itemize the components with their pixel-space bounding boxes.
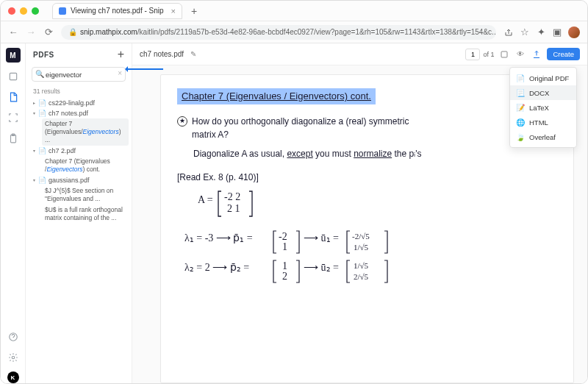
svg-text:1: 1 (282, 241, 287, 252)
svg-text:⟶  ū₁ =: ⟶ ū₁ = (304, 232, 339, 243)
pdfs-icon[interactable] (7, 90, 20, 104)
panel-icon[interactable]: ▣ (552, 27, 562, 38)
file-item[interactable]: ▾📄 ch7 2.pdf (29, 146, 129, 156)
chevron-icon: ▾ (33, 178, 35, 183)
add-pdf-button[interactable]: + (118, 48, 124, 61)
settings-icon[interactable] (7, 351, 20, 364)
answer: Diagonalize A as usual, except you must … (193, 147, 557, 160)
reload-button[interactable]: ⟳ (43, 27, 54, 38)
file-tree: ▸📄 cs229-linalg.pdf ▾📄 ch7 notes.pdf Cha… (26, 98, 132, 227)
share-icon[interactable] (503, 27, 514, 38)
star-icon[interactable]: ☆ (520, 27, 530, 38)
chevron-icon: ▸ (33, 100, 35, 105)
docx-icon: 📃 (516, 88, 525, 97)
document-toolbar: ch7 notes.pdf ✎ of 1 👁 Create (132, 43, 587, 65)
doc-title: ch7 notes.pdf ✎ (140, 49, 199, 60)
export-html[interactable]: 🌐HTML (510, 115, 576, 129)
page-input[interactable] (465, 49, 480, 60)
tab-title: Viewing ch7 notes.pdf - Snip (71, 7, 164, 15)
svg-text:-2  2: -2 2 (224, 191, 240, 202)
close-icon[interactable] (8, 7, 15, 15)
browser-window: Viewing ch7 notes.pdf - Snip × + ← → ⟳ 🔒… (0, 0, 588, 384)
maximize-icon[interactable] (32, 7, 39, 15)
sidebar: PDFS + 🔍 × 31 results ▸📄 cs229-linalg.pd… (26, 43, 132, 383)
profile-avatar[interactable] (568, 26, 580, 38)
view-icon[interactable] (498, 49, 510, 60)
url-host: snip.mathpix.com (80, 28, 137, 36)
pdf-icon: 📄 (516, 74, 525, 82)
svg-text:λ₂ =  2  ⟶  p̄₂ =: λ₂ = 2 ⟶ p̄₂ = (184, 262, 249, 273)
sidebar-title: PDFS (33, 51, 54, 59)
chevron-icon: ▾ (33, 110, 35, 115)
close-tab-icon[interactable]: × (171, 7, 176, 15)
main-panel: ch7 notes.pdf ✎ of 1 👁 Create 📄Original … (132, 43, 587, 383)
math-content: A = -2 2 2 1 λ₁ = -3 ⟶ p̄₁ = -21 ⟶ ū₁ = … (177, 188, 557, 302)
chevron-icon: ▾ (33, 149, 35, 154)
read-ex: Read Ex. 8 (p. 410) (179, 172, 256, 182)
export-menu: 📄Original PDF 📃DOCX 📝LaTeX 🌐HTML 🍃Overle… (509, 67, 577, 148)
edit-title-icon[interactable]: ✎ (187, 49, 199, 60)
url-bar: ← → ⟳ 🔒 snip.mathpix.com /kaitlin/pdfs/2… (1, 21, 587, 43)
snip-icon[interactable] (7, 70, 20, 83)
svg-text:A =: A = (198, 194, 213, 205)
svg-point-4 (12, 356, 15, 359)
search-icon: 🔍 (35, 70, 44, 78)
export-docx[interactable]: 📃DOCX (510, 85, 576, 100)
export-icon[interactable] (531, 49, 542, 60)
search-match[interactable]: $J J^{5}$ See section on "Eigenvalues an… (42, 185, 129, 205)
file-name: cs229-linalg.pdf (49, 99, 95, 107)
app: M K PDFS + 🔍 × 31 results ▸📄 cs229-l (1, 43, 587, 383)
clipboard-icon[interactable] (7, 132, 20, 145)
forward-button[interactable]: → (26, 27, 36, 38)
svg-text:2/√5: 2/√5 (354, 272, 369, 281)
svg-rect-5 (501, 51, 507, 57)
export-overleaf[interactable]: 🍃Overleaf (510, 129, 576, 144)
search-match[interactable]: $U$ is a full rank orthogonal matrix con… (42, 205, 129, 224)
export-latex[interactable]: 📝LaTeX (510, 100, 576, 115)
page-control: of 1 (465, 49, 494, 60)
export-original-pdf[interactable]: 📄Original PDF (510, 71, 576, 85)
url-path: /kaitlin/pdfs/2119a57b-e53d-4e82-96ae-bc… (137, 28, 496, 36)
search-match[interactable]: Chapter 7 (Eigenvalues/Eigenvectors) ... (42, 118, 129, 146)
svg-text:⟶  ū₂ =: ⟶ ū₂ = (304, 262, 339, 273)
back-button[interactable]: ← (8, 27, 18, 38)
svg-rect-0 (10, 73, 16, 79)
file-item[interactable]: ▾📄 gaussians.pdf (29, 175, 129, 185)
page-heading: Chapter 7 (Eigenvalues / Eigenvectors) c… (177, 88, 376, 104)
nav-rail: M K (1, 43, 26, 383)
address-bar[interactable]: 🔒 snip.mathpix.com /kaitlin/pdfs/2119a57… (61, 25, 496, 40)
search-input[interactable] (32, 67, 126, 82)
app-logo[interactable]: M (6, 48, 21, 63)
html-icon: 🌐 (516, 118, 525, 127)
svg-text:2  1: 2 1 (227, 203, 240, 214)
extensions-icon[interactable]: ✦ (536, 27, 546, 38)
scan-icon[interactable] (7, 111, 20, 124)
minimize-icon[interactable] (20, 7, 27, 15)
svg-text:2: 2 (282, 271, 287, 282)
browser-tab[interactable]: Viewing ch7 notes.pdf - Snip × (52, 3, 182, 19)
file-item[interactable]: ▸📄 cs229-linalg.pdf (29, 98, 129, 108)
callout-arrow (126, 68, 163, 70)
svg-text:1/√5: 1/√5 (354, 261, 369, 270)
file-name: gaussians.pdf (49, 177, 90, 184)
page-of-label: of 1 (483, 51, 494, 58)
pdf-viewer: 📄Original PDF 📃DOCX 📝LaTeX 🌐HTML 🍃Overle… (132, 65, 587, 383)
results-count: 31 results (26, 85, 132, 98)
new-tab-button[interactable]: + (191, 5, 197, 17)
create-button[interactable]: Create (547, 48, 580, 60)
account-badge[interactable]: K (7, 371, 19, 383)
preview-icon[interactable]: 👁 (514, 49, 526, 60)
overleaf-icon: 🍃 (516, 132, 525, 141)
question: ★ How do you orthogonally diagonalize a … (177, 115, 557, 141)
file-item[interactable]: ▾📄 ch7 notes.pdf (29, 108, 129, 118)
titlebar: Viewing ch7 notes.pdf - Snip × + (1, 1, 587, 21)
search-match[interactable]: Chapter 7 (Eigenvalues /Eigenvectors) co… (42, 156, 129, 175)
svg-text:λ₁ = -3  ⟶  p̄₁ =: λ₁ = -3 ⟶ p̄₁ = (184, 232, 253, 243)
doc-filename: ch7 notes.pdf (140, 50, 184, 58)
help-icon[interactable] (7, 330, 20, 344)
svg-text:1/√5: 1/√5 (354, 243, 369, 252)
file-name: ch7 notes.pdf (49, 110, 88, 117)
favicon-icon (59, 7, 66, 15)
tex-icon: 📝 (516, 103, 525, 112)
svg-text:1: 1 (282, 260, 287, 271)
